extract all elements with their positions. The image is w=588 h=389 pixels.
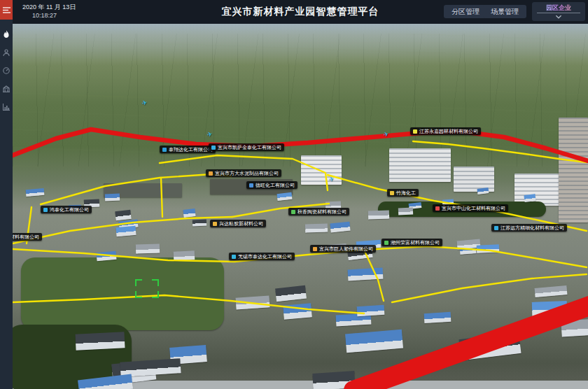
park-enterprise-dropdown[interactable]: 园区企业 [532, 2, 585, 21]
company-marker-icon [211, 146, 216, 150]
warehouse-building [561, 319, 588, 337]
company-marker-icon [313, 247, 317, 251]
company-marker-icon [413, 129, 417, 134]
map-structure [21, 257, 224, 330]
company-name: 兴达粘胶新材料公司 [219, 220, 263, 227]
company-label[interactable]: 泰翔达化工有限公司 [160, 146, 216, 153]
company-name: 无锡市泰达化工有限公司 [238, 253, 292, 260]
company-name: 德旺化工有限公司 [255, 182, 295, 189]
company-name: 宜兴市巨人塑件有限公司 [319, 246, 373, 253]
sidebar-item-menu[interactable] [0, 0, 13, 20]
company-label[interactable]: 鸿泰化工有限公司 [41, 206, 92, 213]
zone-management-button[interactable]: 分区管理 [444, 5, 487, 18]
company-label[interactable]: 潮州荣富材料有限公司 [382, 239, 442, 246]
company-marker-icon [213, 222, 217, 226]
app-window: 泰翔达化工有限公司宜兴市凯萨金泰化工有限公司宜兴市方大水泥制品有限公司德旺化工有… [0, 0, 588, 389]
company-name: 竹海化工 [396, 190, 416, 197]
map-structure [559, 118, 588, 222]
warehouse-building [424, 312, 451, 323]
sidebar-item-personnel[interactable] [0, 43, 13, 62]
company-label[interactable]: 秋香陶瓷材料有限公司 [288, 208, 349, 215]
company-label[interactable]: 无锡市泰达化工有限公司 [229, 253, 295, 260]
selection-bracket [135, 279, 159, 298]
gauge-icon [3, 67, 10, 74]
company-label[interactable]: 江苏润丰新材料有限公司 [13, 233, 42, 241]
company-marker-icon [390, 191, 394, 195]
scene-management-button[interactable]: 场景管理 [483, 5, 526, 18]
company-name: 潮州荣富材料有限公司 [391, 239, 440, 246]
time-label: 10:18:27 [32, 11, 76, 20]
company-name: 宜兴市方大水泥制品有限公司 [215, 170, 279, 177]
warehouse-building [477, 244, 500, 253]
company-label[interactable]: 兴达粘胶新材料公司 [210, 220, 266, 227]
sidebar-item-fire[interactable] [0, 25, 13, 43]
warehouse-building [183, 208, 196, 217]
company-label[interactable]: 江苏永嘉园林材料有限公司 [410, 127, 481, 135]
warehouse-building [531, 301, 567, 316]
company-label[interactable]: 宜兴市巨人塑件有限公司 [310, 245, 376, 253]
company-name: 宜兴市凯萨金泰化工有限公司 [218, 144, 281, 151]
map-canvas[interactable]: 泰翔达化工有限公司宜兴市凯萨金泰化工有限公司宜兴市方大水泥制品有限公司德旺化工有… [13, 24, 588, 389]
sidebar-item-gauge[interactable] [0, 62, 13, 80]
warehouse-building [277, 192, 293, 201]
warehouse-building [368, 210, 389, 219]
warehouse-building [283, 303, 312, 319]
company-label[interactable]: 德旺化工有限公司 [246, 181, 298, 189]
warehouse-building [312, 371, 355, 389]
warehouse-building [356, 305, 384, 317]
warehouse-building [398, 208, 412, 215]
company-marker-icon [384, 241, 388, 245]
company-name: 宜兴市中山化工材料有限公司 [442, 205, 505, 212]
datetime-block: 2020 年 11 月 13日 10:18:27 [22, 3, 76, 20]
company-name: 江苏永嘉园林材料有限公司 [419, 128, 478, 135]
warehouse-building [76, 332, 125, 350]
building-icon [3, 85, 10, 92]
warehouse-building [235, 296, 270, 310]
horizon-haze [13, 24, 588, 66]
warehouse-building [105, 194, 120, 201]
dropdown-divider [537, 13, 580, 13]
company-name: 江苏远方精细化材料有限公司 [500, 225, 564, 232]
flame-icon [3, 30, 10, 38]
warehouse-building [173, 250, 195, 261]
company-label[interactable]: 宜兴市方大水泥制品有限公司 [206, 169, 281, 177]
company-name: 江苏润丰新材料有限公司 [13, 234, 39, 241]
page-title: 宜兴市新材料产业园智慧管理平台 [222, 6, 379, 18]
company-label[interactable]: 竹海化工 [387, 189, 419, 197]
warehouse-building [330, 221, 351, 232]
company-marker-icon [291, 210, 295, 214]
company-marker-icon [249, 183, 253, 188]
menu-icon [3, 7, 10, 13]
company-name: 泰翔达化工有限公司 [169, 146, 213, 153]
warehouse-building [304, 223, 327, 232]
company-label[interactable]: 宜兴市凯萨金泰化工有限公司 [209, 143, 284, 151]
company-label[interactable]: 江苏远方精细化材料有限公司 [491, 224, 567, 232]
map-structure [301, 155, 342, 185]
sidebar-item-enterprise[interactable] [0, 80, 13, 98]
left-sidebar [0, 0, 13, 389]
bar-chart-icon [3, 104, 10, 111]
sidebar-item-statistics[interactable] [0, 98, 13, 116]
company-marker-icon [435, 206, 440, 211]
chevron-down-icon [556, 15, 562, 19]
company-marker-icon [232, 255, 236, 259]
date-label: 2020 年 11 月 13日 [22, 3, 76, 11]
warehouse-building [136, 243, 160, 253]
person-icon [3, 49, 10, 56]
company-name: 鸿泰化工有限公司 [50, 206, 89, 213]
park-enterprise-label: 园区企业 [532, 3, 585, 13]
company-marker-icon [209, 171, 213, 176]
company-name: 秋香陶瓷材料有限公司 [298, 208, 346, 215]
company-marker-icon [162, 148, 167, 152]
warehouse-building [192, 220, 207, 227]
warehouse-building [96, 250, 116, 260]
company-marker-icon [494, 226, 498, 230]
map-structure [389, 148, 451, 182]
company-label[interactable]: 宜兴市中山化工材料有限公司 [433, 204, 508, 212]
top-header-bar: 2020 年 11 月 13日 10:18:27 宜兴市新材料产业园智慧管理平台… [13, 0, 588, 24]
company-marker-icon [43, 208, 48, 212]
